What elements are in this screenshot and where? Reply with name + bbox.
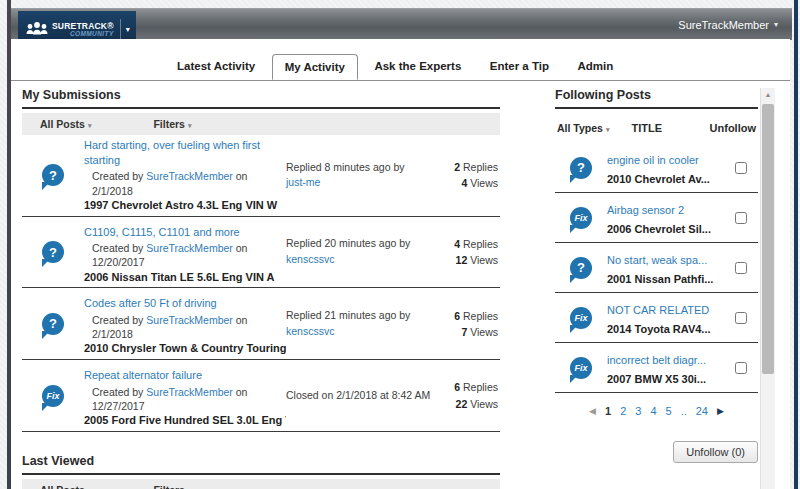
tab-latest-activity[interactable]: Latest Activity <box>165 54 267 78</box>
author-link[interactable]: SureTrackMember <box>146 242 233 254</box>
unfollow-checkbox[interactable] <box>735 362 747 374</box>
post-title-link[interactable]: engine oil in cooler <box>607 152 699 169</box>
tab-enter-a-tip[interactable]: Enter a Tip <box>478 54 561 78</box>
pagination-ellipsis: .. <box>681 405 687 417</box>
all-posts-dropdown[interactable]: All Posts▾ <box>40 484 91 489</box>
chevron-down-icon: ▾ <box>188 122 192 129</box>
status-text: Closed on 2/1/2018 at 8:42 AM <box>286 388 436 404</box>
stats-cell: 6 Replies 22 Views <box>436 379 500 412</box>
chevron-down-icon: ▾ <box>606 126 610 133</box>
created-line: Created by SureTrackMember on 2/1/2018 <box>84 169 286 197</box>
question-bubble-icon: ? <box>42 164 64 186</box>
unfollow-button[interactable]: Unfollow (0) <box>673 441 758 463</box>
stats-cell: 6 Replies 7 Views <box>436 308 500 341</box>
following-row: Fix NOT CAR RELATED 2014 Toyota RAV4... <box>555 293 758 343</box>
unfollow-checkbox[interactable] <box>735 312 747 324</box>
page-24[interactable]: 24 <box>696 405 708 417</box>
window-right-edge <box>794 0 798 489</box>
divider <box>22 473 500 475</box>
author-link[interactable]: SureTrackMember <box>146 170 233 182</box>
views-count: 4 Views <box>436 175 498 191</box>
vehicle-label: 2010 Chevrolet Av... <box>607 171 724 188</box>
stats-cell: 4 Replies 12 Views <box>436 236 500 269</box>
tab-my-activity[interactable]: My Activity <box>272 54 358 80</box>
logo-dropdown[interactable]: ▾ <box>120 19 135 41</box>
last-viewed-title: Last Viewed <box>22 454 500 468</box>
post-title-link[interactable]: incorrect belt diagr... <box>607 352 706 369</box>
unfollow-checkbox[interactable] <box>735 262 747 274</box>
stats-cell: 2 Replies 4 Views <box>436 159 500 192</box>
all-posts-dropdown[interactable]: All Posts▾ <box>40 118 91 130</box>
submission-row: ? Codes after 50 Ft of driving Created b… <box>22 288 500 360</box>
filters-dropdown[interactable]: Filters▾ <box>153 484 191 489</box>
logo-subtitle: COMMUNITY <box>70 31 114 38</box>
status-cell: Replied 8 minutes ago by just-me <box>286 160 436 192</box>
replies-count: 6 Replies <box>436 379 498 395</box>
post-title-link[interactable]: NOT CAR RELATED <box>607 302 709 319</box>
divider <box>555 107 758 109</box>
chevron-down-icon: ▾ <box>88 122 92 129</box>
user-menu[interactable]: SureTrackMember ▾ <box>678 9 778 40</box>
scrollbar-thumb[interactable] <box>762 104 774 374</box>
post-title-link[interactable]: Codes after 50 Ft of driving <box>84 296 217 311</box>
last-viewed-filterbar: All Posts▾ Filters▾ <box>22 479 500 489</box>
vehicle-label: 2001 Nissan Pathfi... <box>607 271 724 288</box>
following-header-row: All Types▾ TITLE Unfollow <box>555 113 758 143</box>
page-3[interactable]: 3 <box>635 405 641 417</box>
title-column-header: TITLE <box>631 122 662 134</box>
next-page-icon[interactable]: ▶ <box>717 406 724 416</box>
vehicle-label: 2005 Ford Five Hundred SEL 3.0L Eng VIN … <box>84 413 286 428</box>
views-count: 7 Views <box>436 324 498 340</box>
replies-count: 2 Replies <box>436 159 498 175</box>
created-line: Created by SureTrackMember on 12/27/2017 <box>84 385 286 413</box>
post-title-link[interactable]: Airbag sensor 2 <box>607 202 684 219</box>
post-title-link[interactable]: Repeat alternator failure <box>84 368 202 383</box>
author-link[interactable]: SureTrackMember <box>146 386 233 398</box>
status-cell: Replied 20 minutes ago by kenscssvc <box>286 236 436 268</box>
following-posts-panel: Following Posts All Types▾ TITLE Unfollo… <box>555 88 758 463</box>
scroll-up-icon[interactable]: ▲ <box>761 88 775 101</box>
filters-dropdown[interactable]: Filters▾ <box>153 118 191 130</box>
unfollow-checkbox[interactable] <box>735 162 747 174</box>
divider <box>22 107 500 109</box>
page-2[interactable]: 2 <box>620 405 626 417</box>
following-posts-title: Following Posts <box>555 88 758 102</box>
community-people-icon <box>25 21 49 39</box>
question-bubble-icon: ? <box>42 241 64 263</box>
replies-count: 6 Replies <box>436 308 498 324</box>
chevron-down-icon: ▾ <box>126 25 130 34</box>
all-types-dropdown[interactable]: All Types▾ <box>557 122 609 134</box>
my-submissions-title: My Submissions <box>22 88 500 102</box>
tab-ask-the-experts[interactable]: Ask the Experts <box>362 54 473 78</box>
my-activity-column: My Submissions All Posts▾ Filters▾ ? Har… <box>22 88 500 489</box>
vehicle-label: 2010 Chrysler Town & Country Touring 3.8… <box>84 341 286 356</box>
prev-page-icon[interactable]: ◀ <box>589 406 596 416</box>
page-4[interactable]: 4 <box>650 405 656 417</box>
page-1[interactable]: 1 <box>605 405 611 417</box>
replier-link[interactable]: kenscssvc <box>286 325 334 337</box>
pagination: ◀ 1 2 3 4 5 .. 24 ▶ <box>555 405 758 417</box>
question-bubble-icon: ? <box>570 257 592 279</box>
replies-count: 4 Replies <box>436 236 498 252</box>
vehicle-label: 1997 Chevrolet Astro 4.3L Eng VIN W <box>84 198 286 213</box>
content-panel: Latest Activity My Activity Ask the Expe… <box>11 39 790 489</box>
vehicle-label: 2006 Chevrolet Sil... <box>607 221 724 238</box>
replier-link[interactable]: kenscssvc <box>286 253 334 265</box>
post-title-link[interactable]: C1109, C1115, C1101 and more <box>84 225 240 240</box>
unfollow-checkbox[interactable] <box>735 212 747 224</box>
chevron-down-icon: ▾ <box>774 20 778 29</box>
author-link[interactable]: SureTrackMember <box>146 314 233 326</box>
status-text: Replied 8 minutes ago by <box>286 160 436 176</box>
views-count: 12 Views <box>436 252 498 268</box>
post-title-link[interactable]: Hard starting, over fueling when first s… <box>84 138 286 168</box>
logo-text: SURETRACK® COMMUNITY <box>52 22 114 38</box>
views-count: 22 Views <box>436 396 498 412</box>
page-5[interactable]: 5 <box>666 405 672 417</box>
post-title-link[interactable]: No start, weak spa... <box>607 252 707 269</box>
status-cell: Replied 21 minutes ago by kenscssvc <box>286 308 436 340</box>
scrollbar-track[interactable]: ▲ <box>760 88 775 489</box>
fix-bubble-icon: Fix <box>42 385 64 407</box>
replier-link[interactable]: just-me <box>286 176 320 188</box>
tab-admin[interactable]: Admin <box>565 54 625 78</box>
created-line: Created by SureTrackMember on 12/20/2017 <box>84 241 286 269</box>
